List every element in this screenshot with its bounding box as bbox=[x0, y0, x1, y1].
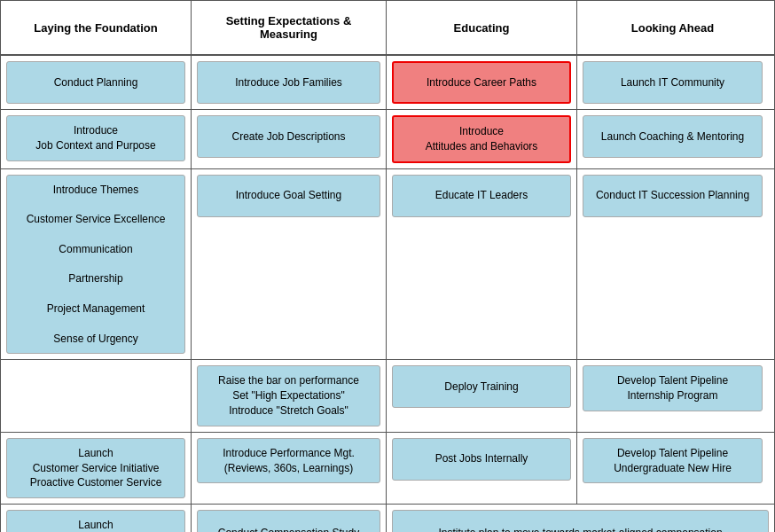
row4-col3: Deploy Training bbox=[387, 360, 577, 431]
card-introduce-job-context: IntroduceJob Context and Purpose bbox=[6, 115, 185, 161]
row5-col4: Develop Talent PipelineUndergraduate New… bbox=[577, 433, 768, 504]
header-col4: Looking Ahead bbox=[577, 1, 768, 54]
row1-col4: Launch IT Community bbox=[577, 56, 768, 109]
row2-col2: Create Job Descriptions bbox=[192, 110, 387, 168]
card-educate-it-leaders: Educate IT Leaders bbox=[392, 175, 571, 217]
header-col2: Setting Expectations & Measuring bbox=[192, 1, 387, 54]
card-conduct-compensation: Conduct Compensation Study bbox=[197, 510, 380, 532]
row5-col2: Introduce Performance Mgt.(Reviews, 360s… bbox=[192, 433, 387, 504]
card-institute-plan: Institute plan to move towards market-al… bbox=[392, 510, 769, 532]
card-launch-customer-service: LaunchCustomer Service InitiativeProacti… bbox=[6, 438, 185, 498]
card-introduce-perf-mgt: Introduce Performance Mgt.(Reviews, 360s… bbox=[197, 438, 380, 484]
card-introduce-goal-setting: Introduce Goal Setting bbox=[197, 175, 380, 217]
row-5: LaunchCustomer Service InitiativeProacti… bbox=[1, 433, 774, 505]
row-6: LaunchIT Steering Committee Conduct Comp… bbox=[1, 505, 774, 532]
row2-col4: Launch Coaching & Mentoring bbox=[577, 110, 768, 168]
card-raise-bar: Raise the bar on performanceSet "High Ex… bbox=[197, 365, 380, 426]
card-introduce-themes: Introduce Themes Customer Service Excell… bbox=[6, 175, 185, 355]
card-conduct-it-succession: Conduct IT Succession Planning bbox=[583, 175, 763, 217]
row-1: Conduct Planning Introduce Job Families … bbox=[1, 56, 774, 110]
card-introduce-career-paths: Introduce Career Paths bbox=[392, 61, 571, 104]
row1-col3: Introduce Career Paths bbox=[387, 56, 577, 109]
row2-col1: IntroduceJob Context and Purpose bbox=[1, 110, 192, 168]
card-launch-coaching: Launch Coaching & Mentoring bbox=[583, 115, 763, 158]
row5-col1: LaunchCustomer Service InitiativeProacti… bbox=[1, 433, 192, 504]
card-deploy-training: Deploy Training bbox=[392, 365, 571, 408]
row3-col3: Educate IT Leaders bbox=[387, 169, 577, 360]
card-conduct-planning: Conduct Planning bbox=[6, 61, 185, 104]
header-col3: Educating bbox=[387, 1, 577, 54]
main-grid: Laying the Foundation Setting Expectatio… bbox=[0, 0, 775, 532]
row2-col3: IntroduceAttitudes and Behaviors bbox=[387, 110, 577, 168]
card-develop-talent-undergrad: Develop Talent PipelineUndergraduate New… bbox=[583, 438, 763, 484]
row3-col4: Conduct IT Succession Planning bbox=[577, 169, 768, 360]
row4-col4: Develop Talent PipelineInternship Progra… bbox=[577, 360, 768, 431]
card-introduce-attitudes: IntroduceAttitudes and Behaviors bbox=[392, 115, 571, 163]
row-3: Introduce Themes Customer Service Excell… bbox=[1, 169, 774, 361]
card-introduce-job-families: Introduce Job Families bbox=[197, 61, 380, 104]
row-4: Raise the bar on performanceSet "High Ex… bbox=[1, 360, 774, 432]
row1-col1: Conduct Planning bbox=[1, 56, 192, 109]
row6-col2: Conduct Compensation Study bbox=[192, 505, 387, 532]
row6-col3-4: Institute plan to move towards market-al… bbox=[387, 505, 774, 532]
row3-col2: Introduce Goal Setting bbox=[192, 169, 387, 360]
card-launch-it-steering: LaunchIT Steering Committee bbox=[6, 510, 185, 532]
row4-col1 bbox=[1, 360, 192, 431]
header-col1: Laying the Foundation bbox=[1, 1, 192, 54]
row4-col2: Raise the bar on performanceSet "High Ex… bbox=[192, 360, 387, 431]
card-develop-talent-pipeline-internship: Develop Talent PipelineInternship Progra… bbox=[583, 365, 763, 411]
row5-col3: Post Jobs Internally bbox=[387, 433, 577, 504]
header-row: Laying the Foundation Setting Expectatio… bbox=[1, 1, 774, 56]
card-post-jobs: Post Jobs Internally bbox=[392, 438, 571, 481]
card-launch-it-community: Launch IT Community bbox=[583, 61, 763, 104]
row-2: IntroduceJob Context and Purpose Create … bbox=[1, 110, 774, 169]
row3-col1: Introduce Themes Customer Service Excell… bbox=[1, 169, 192, 360]
row6-col1: LaunchIT Steering Committee bbox=[1, 505, 192, 532]
card-create-job-descriptions: Create Job Descriptions bbox=[197, 115, 380, 158]
row1-col2: Introduce Job Families bbox=[192, 56, 387, 109]
